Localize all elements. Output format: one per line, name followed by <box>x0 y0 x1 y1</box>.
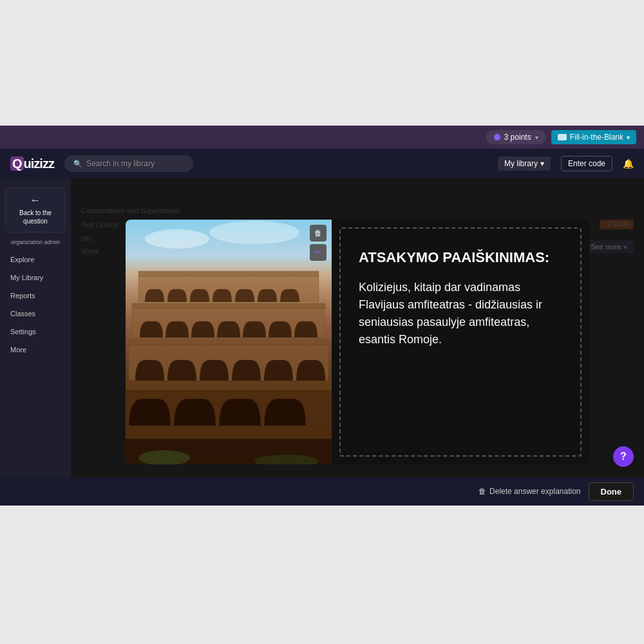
fill-blank-icon <box>558 134 567 140</box>
delete-explanation-label: Delete answer explanation <box>489 487 580 496</box>
edit-image-button[interactable]: ✏ <box>310 244 327 261</box>
main-content: Comparatives and Superlatives Test Lesso… <box>71 178 644 506</box>
points-badge[interactable]: 3 points ▾ <box>486 130 546 144</box>
bell-icon[interactable]: 🔔 <box>623 158 634 169</box>
svg-rect-4 <box>132 303 325 308</box>
modal-overlay: 🗑 ✏ ATSAKYMO PAAIŠKINIMAS: Koliziejus, k… <box>71 178 644 506</box>
fill-blank-chevron-icon: ▾ <box>627 134 630 141</box>
svg-point-0 <box>145 229 209 249</box>
back-arrow-icon: ← <box>30 194 41 206</box>
user-label: organization admin <box>0 236 71 251</box>
back-to-question-button[interactable]: ← Back to the question <box>5 187 66 232</box>
fill-blank-label: Fill-in-the-Blank <box>570 133 623 142</box>
back-to-question-label: Back to the question <box>11 209 60 225</box>
help-button[interactable]: ? <box>613 446 634 467</box>
enter-code-label: Enter code <box>568 159 605 168</box>
logo-q: Q <box>10 156 24 171</box>
image-toolbar: 🗑 ✏ <box>310 225 327 261</box>
delete-explanation-button[interactable]: 🗑 Delete answer explanation <box>478 487 580 496</box>
svg-rect-6 <box>129 339 328 345</box>
explanation-title: ATSAKYMO PAAIŠKINIMAS: <box>359 249 562 266</box>
fill-in-blank-badge[interactable]: Fill-in-the-Blank ▾ <box>551 130 636 144</box>
search-placeholder: Search in my library <box>86 159 155 168</box>
sidebar-item-reports[interactable]: Reports <box>0 287 71 305</box>
points-dot <box>494 134 500 140</box>
sidebar-item-classes[interactable]: Classes <box>0 305 71 323</box>
explanation-body: Koliziejus, kitaip dar vadinamas Flavija… <box>359 279 562 348</box>
sidebar: ← Back to the question organization admi… <box>0 178 71 506</box>
trash-icon: 🗑 <box>478 487 486 496</box>
colosseum-svg <box>126 220 332 464</box>
logo: QQuizizzuizizz <box>10 156 54 171</box>
header: QQuizizzuizizz 🔍 Search in my library My… <box>0 149 644 178</box>
svg-point-1 <box>209 221 299 244</box>
my-library-chevron-icon: ▾ <box>540 159 544 168</box>
top-bar: 3 points ▾ Fill-in-the-Blank ▾ <box>0 126 644 149</box>
points-label: 3 points <box>504 133 531 142</box>
sidebar-item-my-library[interactable]: My Library <box>0 269 71 287</box>
explanation-modal: 🗑 ✏ ATSAKYMO PAAIŠKINIMAS: Koliziejus, k… <box>126 220 589 464</box>
bottom-bar: 🗑 Delete answer explanation Done <box>0 477 644 506</box>
svg-rect-2 <box>138 271 319 276</box>
modal-text-side: ATSAKYMO PAAIŠKINIMAS: Koliziejus, kitai… <box>339 227 582 457</box>
enter-code-button[interactable]: Enter code <box>561 156 612 171</box>
done-button[interactable]: Done <box>589 482 634 501</box>
svg-rect-8 <box>126 382 332 390</box>
sidebar-item-explore[interactable]: Explore <box>0 251 71 269</box>
modal-image-side: 🗑 ✏ <box>126 220 332 464</box>
my-library-label: My library <box>504 159 538 168</box>
search-icon: 🔍 <box>73 160 82 168</box>
delete-image-button[interactable]: 🗑 <box>310 225 327 242</box>
search-bar[interactable]: 🔍 Search in my library <box>64 155 193 172</box>
sidebar-item-settings[interactable]: Settings <box>0 323 71 341</box>
done-label: Done <box>601 487 622 497</box>
my-library-button[interactable]: My library ▾ <box>498 156 551 171</box>
sidebar-item-more[interactable]: More <box>0 341 71 359</box>
points-chevron-icon: ▾ <box>535 134 538 141</box>
